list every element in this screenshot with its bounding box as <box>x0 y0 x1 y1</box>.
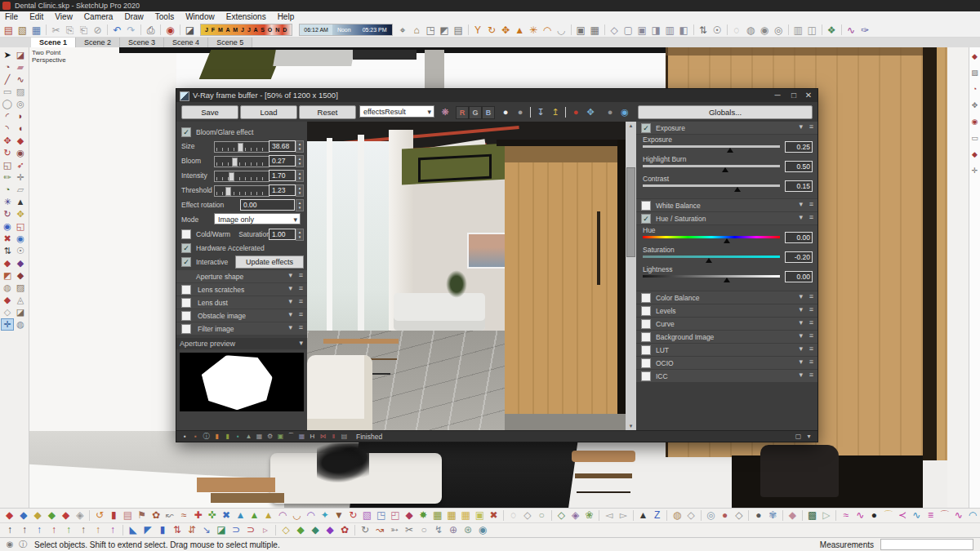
measurements-input[interactable] <box>880 539 973 550</box>
section-display-icon[interactable]: ◫ <box>805 23 819 38</box>
plugin-icon[interactable]: ✖ <box>487 509 501 522</box>
menu-icon[interactable]: ≡ <box>809 371 813 379</box>
plugin-icon[interactable]: ⊃ <box>243 523 258 537</box>
plugin-icon[interactable]: ⌒ <box>881 509 895 522</box>
plugin-icon[interactable]: ↻ <box>346 509 360 522</box>
paint-icon[interactable]: ◔ <box>1 61 14 73</box>
plugin-icon[interactable]: ↑ <box>105 523 120 537</box>
section-icon[interactable]: ◆ <box>1 257 14 269</box>
zoom-extents-icon[interactable]: ✖ <box>1 233 14 245</box>
menu-icon[interactable]: ≡ <box>809 305 813 313</box>
move-icon[interactable]: ✥ <box>1 135 14 147</box>
plugin-icon[interactable]: ⊕ <box>446 523 461 537</box>
hardware-accelerated-checkbox[interactable]: ✓ <box>181 243 191 253</box>
expand-icon[interactable]: ▾ <box>288 284 292 292</box>
menu-icon[interactable]: ≡ <box>809 292 813 300</box>
collapse-icon[interactable]: ▾ <box>804 431 814 442</box>
follow-me-icon[interactable]: ◉ <box>14 147 27 159</box>
interactive-checkbox[interactable]: ✓ <box>181 257 191 267</box>
teal-icon[interactable]: ▪ <box>233 431 243 442</box>
menu-icon[interactable]: ≡ <box>809 213 813 221</box>
plugin-icon[interactable]: ◠ <box>965 509 979 522</box>
polygon-icon[interactable]: ◎ <box>14 98 27 110</box>
lightness-thumb[interactable] <box>724 278 730 282</box>
lut-section-header[interactable]: LUT ▾≡ <box>636 344 817 356</box>
plugin-icon[interactable]: ○ <box>416 523 431 537</box>
load-image-icon[interactable]: ↥ <box>548 104 563 119</box>
tool-extra-icon[interactable]: ◪ <box>14 306 27 318</box>
intensity-slider[interactable] <box>214 171 270 182</box>
ocio-checkbox[interactable] <box>641 358 651 368</box>
lens-dust-checkbox[interactable] <box>181 298 191 308</box>
bloom-value[interactable]: 0.27 <box>269 155 296 167</box>
plugin-icon[interactable]: ◆ <box>16 509 30 522</box>
histogram-icon[interactable]: H <box>307 431 318 442</box>
rotated-rectangle-icon[interactable]: ▨ <box>14 86 27 98</box>
plugin-icon[interactable]: ≡ <box>924 509 938 522</box>
plugin-icon[interactable]: ↘ <box>199 523 214 537</box>
plugin-icon[interactable]: ◤ <box>140 523 155 537</box>
tool-extra-2-icon[interactable]: ◍ <box>14 318 27 331</box>
sandbox-from-scratch-icon[interactable]: ◆ <box>14 269 27 282</box>
filter-image-row[interactable]: Filter image ▾≡ <box>176 322 307 335</box>
tab-scene-5[interactable]: Scene 5 <box>208 38 252 47</box>
menu-draw[interactable]: Draw <box>124 12 143 21</box>
mode-select[interactable]: Image only▾ <box>214 213 301 224</box>
add-detail-icon[interactable]: ◬ <box>14 294 27 306</box>
plugin-icon[interactable]: ◍ <box>670 509 684 522</box>
plugin-icon[interactable]: ✚ <box>191 509 205 522</box>
plugin-icon[interactable]: ✿ <box>149 509 163 522</box>
collapse-icon[interactable]: ▾ <box>799 122 803 131</box>
menu-icon[interactable]: ≡ <box>809 122 813 131</box>
expand-icon[interactable]: ▾ <box>799 358 803 366</box>
plugin-icon[interactable]: ▣ <box>473 509 487 522</box>
solid-trim-icon[interactable]: ◔ <box>969 83 980 100</box>
plugin-icon[interactable]: ◇ <box>555 509 568 522</box>
white-balance-checkbox[interactable] <box>641 201 651 211</box>
color-corrections-icon[interactable]: ❋ <box>438 104 452 119</box>
lightness-value[interactable]: 0.00 <box>785 271 813 282</box>
plugin-icon[interactable]: ↺ <box>92 509 106 522</box>
scroll-up-icon[interactable]: ▴ <box>626 122 636 130</box>
bucket-icon[interactable]: ▰ <box>14 61 27 73</box>
plugin-icon[interactable]: ✸ <box>416 509 430 522</box>
plugin-icon[interactable]: ✿ <box>337 523 352 537</box>
offset-icon[interactable]: ➶ <box>14 159 27 171</box>
print-icon[interactable]: ⎙ <box>144 23 158 38</box>
menu-icon[interactable]: ≡ <box>809 358 813 366</box>
menu-icon[interactable]: ≡ <box>299 323 303 331</box>
note-icon[interactable]: ▤ <box>339 431 350 442</box>
menu-icon[interactable]: ≡ <box>299 297 303 305</box>
arc-icon[interactable]: ◜ <box>1 110 14 122</box>
curve-checkbox[interactable] <box>641 319 651 329</box>
pause-icon[interactable]: ‖ <box>328 431 339 442</box>
plugin-icon[interactable]: ↜ <box>163 509 177 522</box>
scale-icon[interactable]: ◱ <box>1 159 14 171</box>
background-image-section-header[interactable]: Background Image ▾≡ <box>636 331 817 343</box>
cold-warm-checkbox[interactable] <box>181 229 191 239</box>
minimize-button[interactable]: ─ <box>770 89 785 102</box>
plugin-icon[interactable]: ◇ <box>684 509 698 522</box>
style-textured-icon[interactable]: ◉ <box>758 23 772 38</box>
orange-bar-icon[interactable]: ▮ <box>212 431 222 442</box>
sandbox-from-contours-icon[interactable]: ◩ <box>1 269 14 282</box>
ocio-section-header[interactable]: OCIO ▾≡ <box>636 357 817 369</box>
menu-icon[interactable]: ≡ <box>809 200 813 208</box>
obstacle-image-checkbox[interactable] <box>181 311 191 321</box>
hue-track[interactable] <box>643 236 780 238</box>
highlight-burn-track[interactable] <box>643 165 780 167</box>
size-slider[interactable] <box>214 141 270 153</box>
channel-dropdown[interactable]: effectsResult▾ <box>359 105 434 118</box>
zoom-window-icon[interactable]: ◱ <box>14 220 27 233</box>
saturation-thumb[interactable] <box>706 258 712 263</box>
plugin-icon[interactable]: ▧ <box>360 509 374 522</box>
plugin-icon[interactable]: ▷ <box>819 509 833 522</box>
effect-rotation-input[interactable]: 0.00 <box>240 199 295 211</box>
bloom-spinner[interactable]: ▴▾ <box>296 155 304 167</box>
plugin-icon[interactable]: ✂ <box>402 523 416 537</box>
filter-image-checkbox[interactable] <box>181 324 191 334</box>
clear-image-icon[interactable]: ● <box>568 104 583 119</box>
plugin-icon[interactable]: ◈ <box>568 509 582 522</box>
next-view-icon[interactable]: ◡ <box>555 23 568 38</box>
blue-channel-button[interactable]: B <box>482 106 495 119</box>
